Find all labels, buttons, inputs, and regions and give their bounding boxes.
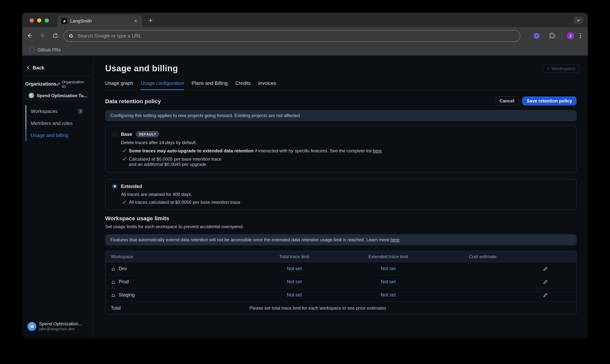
toolbar-divider [562,32,562,39]
base-option-name: Base [121,131,132,137]
edit-limits-button[interactable] [514,279,576,284]
browser-toolbar: G Search Google or type a URL J [22,27,588,44]
col-extended-trace-limit: Extended trace limit [325,254,451,259]
pencil-icon [543,266,548,271]
add-workspace-label: Workspace [551,66,575,71]
extended-trace-limit-link[interactable]: Not set [325,266,451,271]
link-icon [56,82,60,86]
minimize-window-button[interactable] [37,18,41,23]
edit-limits-button[interactable] [514,293,576,297]
sidebar-divider [22,76,91,76]
toolbar-right: J [529,27,584,44]
sidebar-nav: Workspaces 3 Members and roles Usage and… [25,105,93,141]
retention-option-base[interactable]: Base DEFAULT Delete traces after 14 days… [105,126,577,173]
extended-trace-limit-link[interactable]: Not set [325,292,451,298]
organization-name: Spend Optimization Tu... [37,93,87,98]
sidebar-item-label: Workspaces [31,108,58,114]
total-trace-limit-link[interactable]: Not set [263,266,325,271]
cancel-button[interactable]: Cancel [495,96,519,105]
organization-selector[interactable]: S Spend Optimization Tu... [25,91,88,100]
sidebar-item-members-and-roles[interactable]: Members and roles [25,117,93,129]
base-point-1: Some traces may auto-upgrade to extended… [122,148,576,154]
base-description: Delete traces after 14 days by default. [121,140,576,145]
base-point-2-line-2: and an additional $0.0045 per upgrade [129,162,222,167]
workspaces-count-badge: 3 [77,108,83,114]
close-window-button[interactable] [30,18,34,23]
zoom-window-button[interactable] [45,18,49,23]
default-badge: DEFAULT [136,131,159,137]
retention-info-banner: Configuring this setting applies to new … [105,110,577,121]
address-bar[interactable]: G Search Google or type a URL [64,30,520,41]
col-cost-estimate: Cost estimate [451,254,514,259]
plus-icon: + [547,66,550,71]
add-workspace-button[interactable]: + Workspace [543,65,580,73]
sidebar-item-label: Usage and billing [31,132,68,138]
tab-title: LangSmith [70,18,133,24]
sidebar: Back Organizations Organization ID S Spe… [22,55,94,338]
retention-option-extended[interactable]: Extended All traces are retained for 400… [105,179,577,210]
extensions-puzzle-icon[interactable] [547,30,557,41]
close-tab-icon[interactable]: × [133,18,139,24]
base-point-1-rest: if interacted with by specific features.… [254,148,373,154]
page-tabs: Usage graph Usage configuration Plans an… [105,80,577,90]
base-point-2: Calculated at $0.0005 per base retention… [122,156,576,167]
pencil-icon [543,293,548,297]
workspace-icon [111,293,116,297]
new-tab-button[interactable]: + [146,16,155,26]
user-email: jake@langchain.dev [39,326,82,331]
base-point-1-bold: Some traces may auto-upgrade to extended… [129,148,254,154]
workspace-icon [111,279,116,284]
save-retention-policy-button[interactable]: Save retention policy [522,96,577,105]
user-name: Spend Optimization... [39,321,82,326]
browser-window: LangSmith × + G Search Google or type a … [22,13,588,338]
col-total-trace-limit: Total trace limit [263,254,325,259]
base-point-1-here-link[interactable]: here [373,148,382,154]
browser-menu-icon[interactable] [577,32,584,40]
browser-tab[interactable]: LangSmith × [57,15,142,27]
browser-reload-icon[interactable] [50,30,60,41]
table-row-dev: Dev Not set Not set [106,262,576,275]
extension-starburst-icon[interactable] [531,30,542,41]
col-workspace: Workspace [106,254,263,259]
limits-info-banner: Features that automatically extend data … [105,234,577,246]
user-card[interactable]: Spend Optimization... jake@langchain.dev [27,321,82,331]
sidebar-item-label: Members and roles [31,120,73,126]
tab-invoices[interactable]: Invoices [258,80,276,90]
browser-back-icon[interactable] [24,30,35,41]
total-trace-limit-link[interactable]: Not set [263,279,325,285]
github-icon [29,47,35,53]
workspace-name: Prod [119,279,129,285]
table-row-staging: Staging Not set Not set [106,288,576,302]
base-point-2-line-1: Calculated at $0.0005 per base retention… [129,156,222,162]
total-message: Please set total trace limit for each wo… [249,305,386,311]
tab-credits[interactable]: Credits [235,80,251,90]
workspace-name: Dev [119,266,127,271]
extended-trace-limit-link[interactable]: Not set [325,279,451,285]
page-title: Usage and billing [105,63,178,73]
extended-radio[interactable] [112,184,117,189]
retention-header: Data retention policy Cancel Save retent… [105,96,577,105]
sidebar-item-usage-and-billing[interactable]: Usage and billing [25,129,93,141]
organizations-heading: Organizations [25,81,56,87]
base-radio[interactable] [112,132,117,137]
browser-profile-avatar[interactable]: J [567,32,574,39]
extended-option-name: Extended [121,184,142,189]
browser-forward-icon[interactable] [37,30,48,41]
back-label: Back [33,65,44,70]
tab-search-button[interactable] [574,16,583,24]
tab-usage-graph[interactable]: Usage graph [105,80,133,90]
organization-id-link[interactable]: Organization ID [56,79,87,89]
window-controls [30,18,49,23]
organization-id-label: Organization ID [62,79,87,89]
back-button[interactable]: Back [27,64,93,71]
bookmark-github-prs[interactable]: Github PRs [26,46,64,54]
total-trace-limit-link[interactable]: Not set [263,292,325,298]
desktop: LangSmith × + G Search Google or type a … [0,0,610,364]
organization-avatar: S [28,93,34,98]
limits-banner-here-link[interactable]: here [391,237,400,242]
retention-banner-text: Configuring this setting applies to new … [110,113,300,118]
sidebar-item-workspaces[interactable]: Workspaces 3 [25,105,93,117]
tab-usage-configuration[interactable]: Usage configuration [141,80,184,90]
edit-limits-button[interactable] [514,266,576,271]
tab-plans-and-billing[interactable]: Plans and Billing [191,80,228,90]
